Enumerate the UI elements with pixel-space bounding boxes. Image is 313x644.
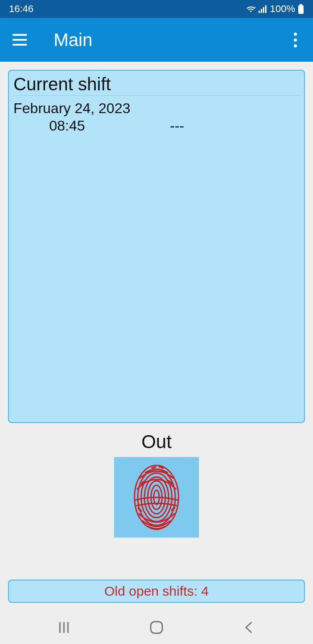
svg-rect-3	[263, 7, 264, 13]
nav-recents-button[interactable]	[37, 621, 91, 634]
content-area: Current shift February 24, 2023 08:45 --…	[0, 62, 313, 611]
overflow-menu-icon[interactable]	[290, 29, 300, 51]
out-section: Out	[8, 431, 305, 538]
wifi-icon: +	[246, 5, 256, 13]
current-shift-card: Current shift February 24, 2023 08:45 --…	[8, 70, 305, 423]
old-open-shifts-button[interactable]: Old open shifts: 4	[8, 580, 305, 603]
nav-home-button[interactable]	[130, 620, 183, 635]
svg-line-20	[154, 529, 158, 529]
fingerprint-icon	[127, 462, 186, 533]
svg-line-18	[138, 508, 141, 511]
battery-percent: 100%	[270, 3, 295, 15]
signal-icon	[258, 5, 267, 13]
svg-rect-5	[300, 4, 302, 5]
status-right: + 100%	[246, 3, 304, 15]
svg-line-14	[152, 467, 155, 468]
shift-date: February 24, 2023	[13, 100, 300, 117]
out-label: Out	[8, 431, 305, 453]
clock-in-time: 08:45	[13, 118, 156, 134]
app-bar: Main	[0, 18, 313, 62]
app-title: Main	[54, 30, 93, 50]
svg-text:+: +	[254, 5, 256, 9]
system-nav-bar	[0, 611, 313, 644]
clock-out-time: ---	[156, 118, 300, 134]
svg-rect-24	[151, 622, 162, 633]
nav-back-button[interactable]	[222, 621, 276, 634]
svg-rect-2	[261, 9, 262, 13]
battery-icon	[298, 4, 304, 14]
status-bar: 16:46 + 100%	[0, 0, 313, 18]
svg-rect-6	[298, 5, 304, 14]
svg-line-19	[172, 508, 174, 510]
shift-times-row: 08:45 ---	[13, 118, 300, 134]
svg-rect-1	[258, 11, 260, 13]
shift-card-title: Current shift	[13, 74, 300, 96]
svg-rect-4	[265, 5, 266, 13]
menu-icon[interactable]	[13, 34, 27, 46]
clock-out-button[interactable]	[114, 457, 199, 538]
old-open-shifts-label: Old open shifts: 4	[104, 584, 208, 599]
status-time: 16:46	[9, 3, 34, 15]
